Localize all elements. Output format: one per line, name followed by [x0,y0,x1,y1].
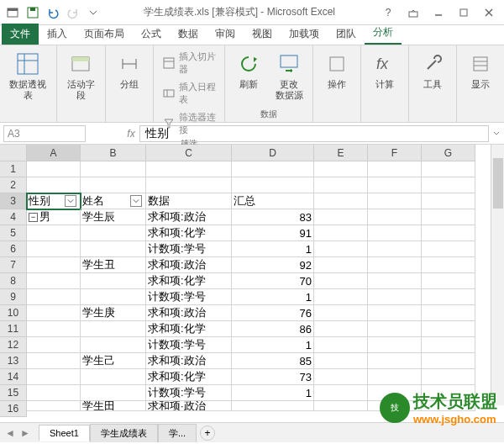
cell[interactable] [422,225,475,241]
pivot-name-cell[interactable]: 学生田 [81,401,146,411]
pivot-header-gender[interactable]: 性别 [27,193,81,209]
tab-addins[interactable]: 加载项 [281,24,328,45]
cell[interactable] [422,177,475,193]
col-header-F[interactable]: F [368,145,422,161]
cell[interactable] [314,193,368,209]
pivot-value-cell[interactable]: 83 [232,209,314,225]
row-header-2[interactable]: 2 [0,177,27,193]
sheet-tab-2[interactable]: 学生成绩表 [90,424,158,442]
cell[interactable] [232,401,314,411]
cell[interactable] [368,353,422,369]
row-header-8[interactable]: 8 [0,273,27,289]
cell[interactable] [314,161,368,177]
tab-pagelayout[interactable]: 页面布局 [76,24,133,45]
cell[interactable] [422,209,475,225]
sheet-tab-1[interactable]: Sheet1 [39,425,90,441]
cell[interactable] [27,401,81,411]
cell[interactable] [232,161,314,177]
pivot-value-cell[interactable]: 70 [232,273,314,289]
tab-formulas[interactable]: 公式 [133,24,170,45]
changesrc-button[interactable]: 更改 数据源 [270,49,307,103]
pivot-data-cell[interactable]: 求和项:化学 [146,273,232,289]
pivot-value-cell[interactable]: 76 [232,305,314,321]
pivot-data-cell[interactable]: 求和项:政治 [146,209,232,225]
pivot-data-cell[interactable]: 计数项:学号 [146,289,232,305]
pivot-value-cell[interactable]: 1 [232,289,314,305]
pivottable-button[interactable]: 数据透视表 [5,49,51,103]
pivot-value-cell[interactable]: 1 [232,241,314,257]
cell[interactable] [368,369,422,385]
cell[interactable] [314,273,368,289]
row-header-6[interactable]: 6 [0,241,27,257]
minimize-icon[interactable] [427,4,450,21]
row-header-10[interactable]: 10 [0,305,27,321]
row-header-13[interactable]: 13 [0,353,27,369]
cell[interactable] [422,353,475,369]
cell[interactable] [368,289,422,305]
col-header-B[interactable]: B [81,145,146,161]
cell[interactable] [422,337,475,353]
cell[interactable] [422,369,475,385]
sheet-add-icon[interactable]: + [200,426,215,441]
cell[interactable] [314,177,368,193]
cell[interactable] [368,161,422,177]
cell[interactable] [27,257,81,273]
cell[interactable] [368,193,422,209]
pivot-name-cell[interactable]: 学生丑 [81,257,146,273]
cell[interactable] [27,369,81,385]
cell[interactable] [368,337,422,353]
pivot-data-cell[interactable]: 求和项·政治 [146,401,232,411]
cell[interactable] [27,321,81,337]
cell[interactable] [422,161,475,177]
pivot-name-cell[interactable] [81,321,146,337]
cell[interactable] [314,257,368,273]
filter-gender-icon[interactable] [65,195,76,207]
collapse-gender-icon[interactable]: − [29,213,38,222]
qat-btn-1[interactable] [3,3,22,22]
pivot-name-cell[interactable] [81,225,146,241]
row-header-14[interactable]: 14 [0,369,27,385]
cell[interactable] [81,177,146,193]
cell[interactable] [27,241,81,257]
pivot-value-cell[interactable]: 73 [232,369,314,385]
formula-input[interactable]: 性别 [139,125,489,142]
cell[interactable] [27,177,81,193]
cell[interactable] [27,161,81,177]
close-icon[interactable] [477,4,501,21]
activefield-button[interactable]: 活动字段 [62,49,100,103]
pivot-data-cell[interactable]: 计数项:学号 [146,241,232,257]
cell[interactable] [27,289,81,305]
qat-customize-icon[interactable] [84,3,102,22]
calc-button[interactable]: fx 计算 [366,49,403,92]
cell[interactable] [314,305,368,321]
cell[interactable] [368,177,422,193]
col-header-G[interactable]: G [422,145,475,161]
tab-file[interactable]: 文件 [2,24,39,45]
cell[interactable] [422,257,475,273]
cell[interactable] [368,385,422,401]
scrollbar-thumb[interactable] [493,158,503,209]
pivot-data-cell[interactable]: 求和项:化学 [146,225,232,241]
select-all-corner[interactable] [0,145,27,161]
pivot-data-cell[interactable]: 求和项:政治 [146,305,232,321]
sheet-tab-3[interactable]: 学... [158,424,197,442]
cell[interactable] [422,241,475,257]
pivot-data-cell[interactable]: 计数项:学号 [146,385,232,401]
pivot-data-cell[interactable]: 求和项:化学 [146,321,232,337]
group-button[interactable]: 分组 [111,49,148,92]
cell[interactable] [368,257,422,273]
row-header-15[interactable]: 15 [0,385,27,401]
cell[interactable] [27,305,81,321]
ribbon-options-icon[interactable] [402,4,425,21]
row-header-7[interactable]: 7 [0,257,27,273]
formula-expand-icon[interactable] [489,130,504,138]
tab-review[interactable]: 审阅 [207,24,244,45]
col-header-E[interactable]: E [314,145,368,161]
tab-team[interactable]: 团队 [328,24,365,45]
pivot-value-cell[interactable]: 92 [232,257,314,273]
pivot-name-cell[interactable] [81,385,146,401]
cell[interactable] [368,209,422,225]
row-header-5[interactable]: 5 [0,225,27,241]
pivot-value-cell[interactable]: 1 [232,385,314,401]
pivot-name-cell[interactable]: 学生庚 [81,305,146,321]
